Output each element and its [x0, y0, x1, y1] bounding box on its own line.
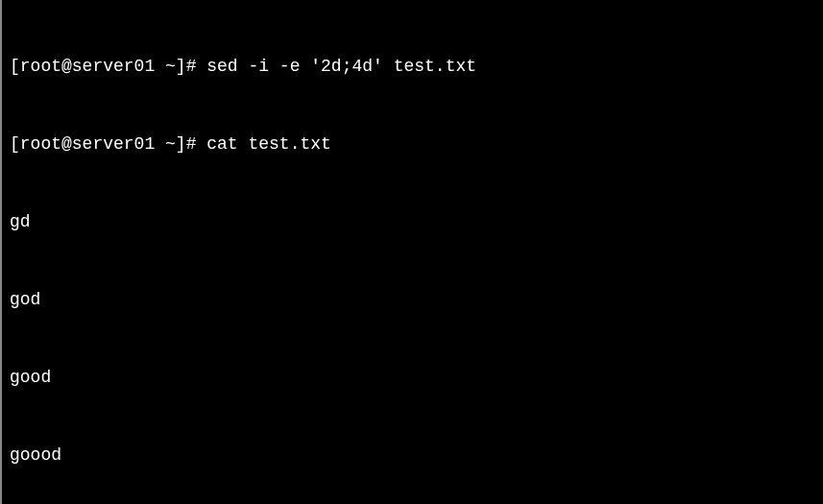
output-line: goood: [10, 443, 815, 468]
output-line: good: [10, 365, 815, 391]
prompt-prefix-2: [root@server01 ~]#: [10, 134, 206, 154]
output-line: god: [10, 287, 815, 313]
terminal-window[interactable]: [root@server01 ~]# sed -i -e '2d;4d' tes…: [10, 2, 815, 504]
command-line-2: [root@server01 ~]# cat test.txt: [10, 132, 815, 157]
command-line-1: [root@server01 ~]# sed -i -e '2d;4d' tes…: [10, 54, 815, 80]
command-1: sed -i -e '2d;4d' test.txt: [206, 57, 476, 76]
output-line: gd: [10, 209, 815, 235]
command-2: cat test.txt: [206, 134, 331, 154]
prompt-prefix-1: [root@server01 ~]#: [10, 57, 206, 76]
